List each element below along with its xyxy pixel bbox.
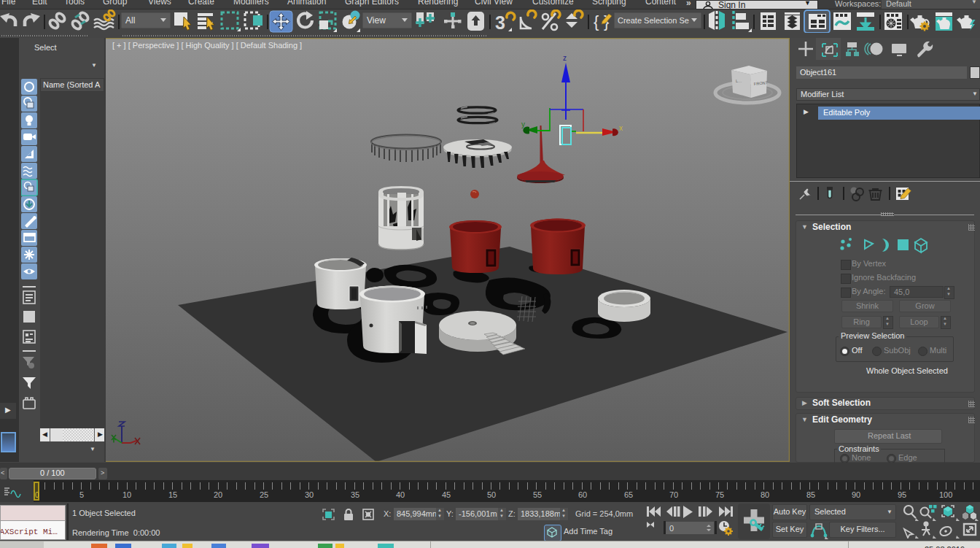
svg-text:0: 0 [669, 524, 674, 533]
svg-text:z: z [563, 54, 567, 62]
svg-text:x: x [619, 124, 623, 132]
svg-text:View: View [367, 15, 386, 26]
svg-text:3: 3 [495, 12, 505, 33]
svg-text:{: { [594, 12, 599, 31]
svg-text:All: All [125, 15, 135, 26]
svg-text:L…: L… [736, 79, 742, 83]
svg-text:y: y [521, 120, 525, 128]
svg-text:Create Selection Se: Create Selection Se [618, 16, 689, 25]
